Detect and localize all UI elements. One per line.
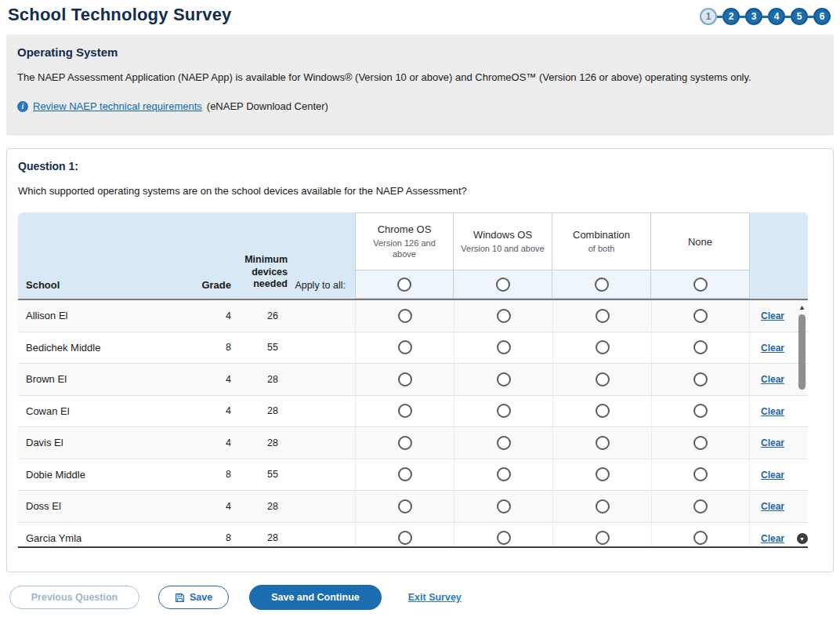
chrome-os-cell: [355, 364, 454, 395]
none-radio[interactable]: [693, 340, 708, 354]
clear-link[interactable]: Clear: [761, 374, 784, 385]
question-label: Question 1:: [18, 160, 822, 172]
none-cell: [651, 364, 750, 395]
save-button[interactable]: Save: [158, 586, 229, 609]
chrome-os-radio[interactable]: [398, 309, 412, 323]
windows-os-radio[interactable]: [497, 467, 511, 481]
scroll-thumb[interactable]: [798, 314, 806, 390]
windows-os-radio[interactable]: [497, 531, 511, 545]
school-name: Cowan El: [18, 405, 184, 417]
clear-link[interactable]: Clear: [761, 470, 784, 481]
apply-all-none-cell: [651, 270, 750, 299]
step-2[interactable]: 2: [722, 8, 740, 25]
none-radio[interactable]: [693, 404, 708, 418]
combination-radio[interactable]: [596, 436, 610, 450]
windows-os-radio[interactable]: [497, 309, 511, 323]
apply-all-chrome-os-radio[interactable]: [397, 278, 411, 292]
none-cell: [651, 523, 750, 549]
combination-cell: [552, 459, 651, 491]
apply-all-combination-radio[interactable]: [595, 278, 609, 292]
school-name: Doss El: [18, 500, 184, 512]
chrome-os-radio[interactable]: [398, 499, 412, 513]
step-connector: [808, 16, 813, 18]
min-devices-value: 28: [239, 532, 294, 543]
clear-link[interactable]: Clear: [761, 501, 784, 512]
clear-cell: Clear: [750, 342, 795, 354]
windows-os-radio[interactable]: [497, 340, 511, 354]
scroll-up-icon[interactable]: ▲: [798, 303, 806, 312]
option-title: None: [688, 236, 712, 248]
none-radio[interactable]: [693, 372, 708, 386]
apply-all-none-radio[interactable]: [693, 278, 708, 292]
school-name: Garcia Ymla: [18, 532, 184, 544]
combination-radio[interactable]: [596, 372, 610, 386]
grade-value: 4: [184, 405, 239, 416]
chrome-os-radio[interactable]: [398, 372, 412, 386]
school-name: Allison El: [18, 310, 184, 321]
question-text: Which supported operating systems are on…: [18, 185, 822, 197]
chrome-os-radio[interactable]: [398, 467, 412, 481]
grade-value: 4: [184, 501, 239, 512]
top-bar: School Technology Survey 123456: [0, 0, 840, 25]
combination-radio[interactable]: [596, 531, 610, 545]
windows-os-cell: [454, 364, 552, 395]
none-radio[interactable]: [693, 531, 708, 545]
step-4[interactable]: 4: [768, 8, 785, 25]
tech-requirements-link[interactable]: Review NAEP technical requirements: [33, 100, 202, 112]
clear-link[interactable]: Clear: [761, 343, 784, 354]
chrome-os-radio[interactable]: [398, 531, 412, 545]
clear-link[interactable]: Clear: [761, 437, 784, 448]
chrome-os-radio[interactable]: [398, 404, 412, 418]
column-header-school: School: [18, 279, 184, 299]
save-and-continue-button[interactable]: Save and Continue: [249, 585, 382, 610]
chrome-os-radio[interactable]: [398, 436, 412, 450]
step-5[interactable]: 5: [791, 8, 808, 25]
table-scrollbar[interactable]: ▲ ▼: [796, 303, 808, 544]
save-icon: [175, 593, 185, 603]
min-devices-value: 55: [239, 469, 294, 480]
previous-question-button[interactable]: Previous Question: [9, 586, 139, 609]
combination-radio[interactable]: [596, 467, 610, 481]
min-devices-value: 28: [239, 437, 294, 448]
grade-value: 4: [184, 437, 239, 448]
none-cell: [651, 459, 750, 491]
exit-survey-link[interactable]: Exit Survey: [408, 592, 462, 603]
none-cell: [651, 396, 750, 427]
none-radio[interactable]: [693, 499, 708, 513]
clear-link[interactable]: Clear: [761, 533, 784, 544]
none-radio[interactable]: [693, 467, 708, 481]
option-title: Combination: [573, 229, 630, 241]
combination-cell: [552, 491, 651, 522]
chrome-os-cell: [355, 300, 454, 332]
none-radio[interactable]: [693, 436, 708, 450]
table-row: Dobie Middle 8 55 Clear: [18, 459, 808, 492]
combination-radio[interactable]: [596, 499, 610, 513]
apply-all-windows-os-cell: [454, 270, 552, 299]
info-panel-title: Operating System: [17, 45, 823, 59]
combination-radio[interactable]: [596, 309, 610, 323]
combination-radio[interactable]: [596, 340, 610, 354]
clear-cell: Clear: [750, 405, 795, 417]
table-row: Bedichek Middle 8 55 Clear: [18, 332, 808, 365]
clear-link[interactable]: Clear: [761, 406, 784, 417]
none-cell: [651, 300, 750, 332]
clear-link[interactable]: Clear: [761, 310, 784, 321]
none-radio[interactable]: [693, 309, 708, 323]
clear-cell: Clear: [750, 500, 795, 512]
step-connector: [717, 16, 722, 18]
clear-cell: Clear: [750, 532, 795, 544]
step-3[interactable]: 3: [745, 8, 762, 25]
combination-cell: [552, 427, 651, 459]
chrome-os-cell: [355, 491, 454, 522]
combination-radio[interactable]: [596, 404, 610, 418]
windows-os-radio[interactable]: [497, 436, 511, 450]
step-1[interactable]: 1: [700, 8, 717, 25]
step-6[interactable]: 6: [813, 8, 831, 25]
windows-os-radio[interactable]: [497, 499, 511, 513]
step-connector: [740, 16, 745, 18]
apply-all-windows-os-radio[interactable]: [496, 278, 510, 292]
windows-os-radio[interactable]: [497, 372, 511, 386]
windows-os-radio[interactable]: [497, 404, 511, 418]
chrome-os-radio[interactable]: [398, 340, 412, 354]
scroll-down-icon[interactable]: ▼: [797, 533, 808, 544]
